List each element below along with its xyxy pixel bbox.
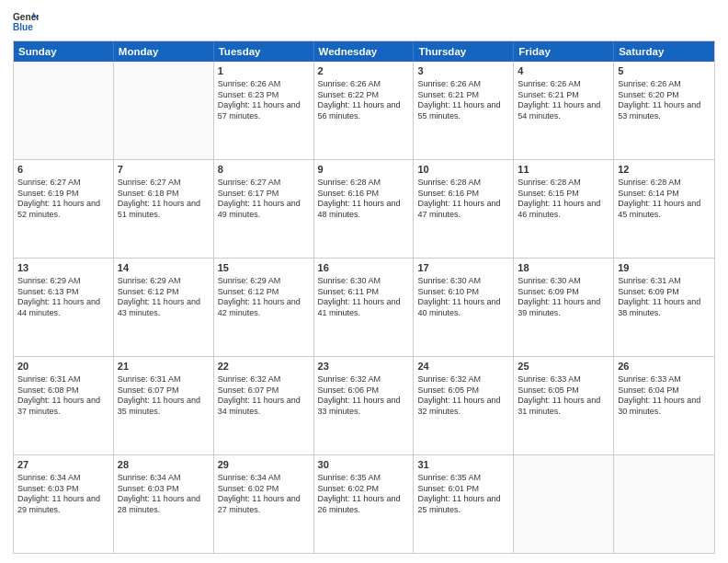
day-number: 6 <box>17 163 109 177</box>
calendar-cell: 31Sunrise: 6:35 AM Sunset: 6:01 PM Dayli… <box>414 455 514 553</box>
day-info: Sunrise: 6:35 AM Sunset: 6:02 PM Dayligh… <box>318 473 410 516</box>
calendar-cell: 4Sunrise: 6:26 AM Sunset: 6:21 PM Daylig… <box>514 62 614 159</box>
day-info: Sunrise: 6:28 AM Sunset: 6:14 PM Dayligh… <box>618 178 711 221</box>
day-number: 4 <box>518 64 609 78</box>
calendar-cell: 13Sunrise: 6:29 AM Sunset: 6:13 PM Dayli… <box>14 259 114 356</box>
calendar-cell: 6Sunrise: 6:27 AM Sunset: 6:19 PM Daylig… <box>14 160 114 258</box>
calendar-cell <box>14 62 114 159</box>
day-number: 29 <box>218 458 310 472</box>
day-info: Sunrise: 6:27 AM Sunset: 6:18 PM Dayligh… <box>118 178 210 221</box>
calendar-cell: 5Sunrise: 6:26 AM Sunset: 6:20 PM Daylig… <box>614 62 714 159</box>
header-day-saturday: Saturday <box>614 41 714 62</box>
day-number: 17 <box>417 261 509 275</box>
calendar-cell: 2Sunrise: 6:26 AM Sunset: 6:22 PM Daylig… <box>314 62 415 159</box>
header-day-monday: Monday <box>114 41 214 62</box>
day-number: 10 <box>417 163 509 177</box>
day-number: 16 <box>318 261 410 275</box>
calendar-cell: 18Sunrise: 6:30 AM Sunset: 6:09 PM Dayli… <box>514 259 614 356</box>
day-number: 27 <box>17 458 109 472</box>
header-day-friday: Friday <box>514 41 614 62</box>
calendar-cell <box>514 455 614 553</box>
day-info: Sunrise: 6:33 AM Sunset: 6:05 PM Dayligh… <box>518 374 609 418</box>
day-info: Sunrise: 6:32 AM Sunset: 6:07 PM Dayligh… <box>218 374 310 418</box>
day-number: 21 <box>118 360 210 373</box>
calendar-cell: 3Sunrise: 6:26 AM Sunset: 6:21 PM Daylig… <box>414 62 514 159</box>
day-number: 28 <box>118 458 210 472</box>
day-info: Sunrise: 6:30 AM Sunset: 6:11 PM Dayligh… <box>318 276 410 319</box>
day-info: Sunrise: 6:34 AM Sunset: 6:03 PM Dayligh… <box>17 473 109 516</box>
day-info: Sunrise: 6:34 AM Sunset: 6:03 PM Dayligh… <box>118 473 210 516</box>
calendar-row-3: 20Sunrise: 6:31 AM Sunset: 6:08 PM Dayli… <box>14 356 714 454</box>
header-day-wednesday: Wednesday <box>314 41 415 62</box>
calendar-cell: 27Sunrise: 6:34 AM Sunset: 6:03 PM Dayli… <box>14 455 114 553</box>
day-number: 3 <box>417 64 509 78</box>
day-info: Sunrise: 6:31 AM Sunset: 6:08 PM Dayligh… <box>17 374 109 418</box>
day-number: 13 <box>17 261 109 275</box>
calendar-cell <box>114 62 214 159</box>
day-number: 25 <box>518 360 609 373</box>
calendar-cell: 10Sunrise: 6:28 AM Sunset: 6:16 PM Dayli… <box>414 160 514 258</box>
day-info: Sunrise: 6:26 AM Sunset: 6:21 PM Dayligh… <box>417 79 509 122</box>
day-info: Sunrise: 6:26 AM Sunset: 6:20 PM Dayligh… <box>618 79 711 122</box>
calendar-header: SundayMondayTuesdayWednesdayThursdayFrid… <box>14 41 714 62</box>
day-info: Sunrise: 6:28 AM Sunset: 6:15 PM Dayligh… <box>518 178 609 221</box>
day-number: 1 <box>218 64 310 78</box>
calendar-cell: 23Sunrise: 6:32 AM Sunset: 6:06 PM Dayli… <box>314 357 415 454</box>
header-day-tuesday: Tuesday <box>214 41 314 62</box>
day-info: Sunrise: 6:26 AM Sunset: 6:23 PM Dayligh… <box>218 79 310 122</box>
day-number: 31 <box>417 458 509 472</box>
day-info: Sunrise: 6:27 AM Sunset: 6:19 PM Dayligh… <box>17 178 109 221</box>
header-day-thursday: Thursday <box>414 41 514 62</box>
calendar-cell <box>614 455 714 553</box>
day-info: Sunrise: 6:26 AM Sunset: 6:21 PM Dayligh… <box>518 79 609 122</box>
calendar-row-0: 1Sunrise: 6:26 AM Sunset: 6:23 PM Daylig… <box>14 62 714 159</box>
calendar-cell: 15Sunrise: 6:29 AM Sunset: 6:12 PM Dayli… <box>214 259 314 356</box>
day-info: Sunrise: 6:27 AM Sunset: 6:17 PM Dayligh… <box>218 178 310 221</box>
calendar-cell: 29Sunrise: 6:34 AM Sunset: 6:02 PM Dayli… <box>214 455 314 553</box>
calendar-cell: 24Sunrise: 6:32 AM Sunset: 6:05 PM Dayli… <box>414 357 514 454</box>
calendar-cell: 28Sunrise: 6:34 AM Sunset: 6:03 PM Dayli… <box>114 455 214 553</box>
day-number: 15 <box>218 261 310 275</box>
logo: General Blue <box>13 9 39 35</box>
calendar-row-4: 27Sunrise: 6:34 AM Sunset: 6:03 PM Dayli… <box>14 454 714 553</box>
calendar-cell: 12Sunrise: 6:28 AM Sunset: 6:14 PM Dayli… <box>614 160 714 258</box>
day-number: 20 <box>17 360 109 373</box>
day-number: 8 <box>218 163 310 177</box>
day-number: 26 <box>618 360 711 373</box>
calendar-cell: 25Sunrise: 6:33 AM Sunset: 6:05 PM Dayli… <box>514 357 614 454</box>
svg-text:General: General <box>13 12 39 22</box>
page: General Blue SundayMondayTuesdayWednesda… <box>0 0 728 563</box>
day-number: 11 <box>518 163 609 177</box>
header-day-sunday: Sunday <box>14 41 114 62</box>
calendar-cell: 17Sunrise: 6:30 AM Sunset: 6:10 PM Dayli… <box>414 259 514 356</box>
calendar-cell: 20Sunrise: 6:31 AM Sunset: 6:08 PM Dayli… <box>14 357 114 454</box>
calendar-cell: 9Sunrise: 6:28 AM Sunset: 6:16 PM Daylig… <box>314 160 415 258</box>
calendar-cell: 7Sunrise: 6:27 AM Sunset: 6:18 PM Daylig… <box>114 160 214 258</box>
day-info: Sunrise: 6:35 AM Sunset: 6:01 PM Dayligh… <box>417 473 509 516</box>
day-info: Sunrise: 6:32 AM Sunset: 6:05 PM Dayligh… <box>417 374 509 418</box>
calendar-cell: 14Sunrise: 6:29 AM Sunset: 6:12 PM Dayli… <box>114 259 214 356</box>
day-info: Sunrise: 6:29 AM Sunset: 6:12 PM Dayligh… <box>118 276 210 319</box>
calendar-row-2: 13Sunrise: 6:29 AM Sunset: 6:13 PM Dayli… <box>14 258 714 356</box>
day-info: Sunrise: 6:31 AM Sunset: 6:07 PM Dayligh… <box>118 374 210 418</box>
day-info: Sunrise: 6:26 AM Sunset: 6:22 PM Dayligh… <box>318 79 410 122</box>
day-info: Sunrise: 6:31 AM Sunset: 6:09 PM Dayligh… <box>618 276 711 319</box>
day-info: Sunrise: 6:33 AM Sunset: 6:04 PM Dayligh… <box>618 374 711 418</box>
day-number: 18 <box>518 261 609 275</box>
day-info: Sunrise: 6:34 AM Sunset: 6:02 PM Dayligh… <box>218 473 310 516</box>
day-info: Sunrise: 6:29 AM Sunset: 6:13 PM Dayligh… <box>17 276 109 319</box>
header: General Blue <box>13 9 715 35</box>
day-number: 2 <box>318 64 410 78</box>
day-info: Sunrise: 6:30 AM Sunset: 6:09 PM Dayligh… <box>518 276 609 319</box>
calendar-cell: 1Sunrise: 6:26 AM Sunset: 6:23 PM Daylig… <box>214 62 314 159</box>
day-number: 23 <box>318 360 410 373</box>
day-info: Sunrise: 6:28 AM Sunset: 6:16 PM Dayligh… <box>318 178 410 221</box>
calendar-row-1: 6Sunrise: 6:27 AM Sunset: 6:19 PM Daylig… <box>14 159 714 258</box>
day-number: 12 <box>618 163 711 177</box>
day-info: Sunrise: 6:28 AM Sunset: 6:16 PM Dayligh… <box>417 178 509 221</box>
calendar-cell: 8Sunrise: 6:27 AM Sunset: 6:17 PM Daylig… <box>214 160 314 258</box>
day-info: Sunrise: 6:30 AM Sunset: 6:10 PM Dayligh… <box>417 276 509 319</box>
calendar-cell: 22Sunrise: 6:32 AM Sunset: 6:07 PM Dayli… <box>214 357 314 454</box>
day-number: 5 <box>618 64 711 78</box>
calendar-cell: 19Sunrise: 6:31 AM Sunset: 6:09 PM Dayli… <box>614 259 714 356</box>
